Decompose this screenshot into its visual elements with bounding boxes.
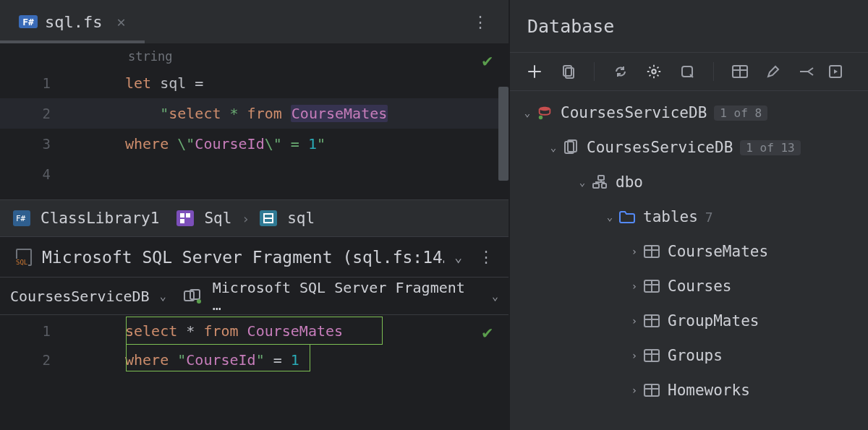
node-count: 7 — [705, 210, 713, 225]
database-tree[interactable]: ⌄ CoursesServiceDB 1 of 8 ⌄ CoursesServi… — [510, 91, 868, 430]
table-view-icon[interactable] — [731, 63, 749, 80]
schema-icon — [590, 175, 610, 189]
gutter-line-number: 3 — [0, 136, 112, 152]
space — [169, 135, 177, 152]
sql-keyword-select: select — [125, 322, 177, 340]
indent — [125, 105, 160, 122]
crumb-project[interactable]: ClassLibrary1 — [41, 210, 159, 227]
code-editor[interactable]: string ✔ 1 let sql = 2 "select * from Co… — [0, 43, 509, 199]
tree-node-table[interactable]: › GroupMates — [510, 304, 868, 338]
run-icon[interactable] — [827, 63, 844, 80]
keyword-let: let — [125, 74, 151, 92]
table-icon — [642, 244, 662, 259]
dialect-icon — [182, 289, 203, 304]
tree-node-table[interactable]: › Courses — [510, 269, 868, 304]
chevron-down-icon[interactable]: ⌄ — [575, 176, 590, 188]
sql-file-icon — [16, 249, 32, 266]
sql-keyword-from: from — [203, 322, 238, 340]
tree-node-table[interactable]: › CourseMates — [510, 234, 868, 269]
number-literal: 1 — [308, 135, 317, 152]
stop-icon[interactable] — [678, 63, 696, 80]
sqlserver-icon — [535, 105, 555, 121]
tree-node-schema[interactable]: ⌄ dbo — [510, 165, 868, 199]
chevron-right-icon: › — [242, 211, 250, 226]
crumb-symbol[interactable]: sql — [287, 210, 315, 227]
svg-rect-1 — [180, 213, 184, 218]
datasource-row: CoursesServiceDB ⌄ Microsoft SQL Server … — [0, 278, 509, 315]
escaped-quote: \" — [265, 135, 282, 152]
tab-filename: sql.fs — [45, 13, 102, 31]
gutter-line-number: 1 — [0, 323, 112, 339]
inspections-ok-icon[interactable]: ✔ — [482, 51, 493, 71]
node-label: CoursesServiceDB — [561, 104, 707, 121]
crumb-module[interactable]: Sql — [204, 210, 231, 227]
file-tab[interactable]: F# sql.fs ✕ — [0, 0, 139, 43]
close-tab-icon[interactable]: ✕ — [116, 13, 125, 30]
svg-rect-17 — [598, 176, 604, 180]
add-icon[interactable] — [526, 63, 543, 80]
svg-point-10 — [652, 69, 656, 74]
space — [239, 322, 247, 340]
quote: " — [177, 351, 186, 369]
chevron-down-icon[interactable]: ⌄ — [454, 249, 462, 265]
string-quote: " — [160, 105, 169, 122]
space — [169, 351, 177, 369]
equals: = — [291, 135, 299, 152]
space — [265, 351, 273, 369]
refresh-icon[interactable] — [612, 63, 629, 80]
chevron-down-icon[interactable]: ⌄ — [603, 211, 617, 223]
dialect-name[interactable]: Microsoft SQL Server Fragment … — [213, 279, 482, 314]
tool-window-title: Database — [510, 0, 868, 52]
sql-fragment-title: Microsoft SQL Server Fragment (sql.fs:14… — [42, 248, 444, 267]
sql-keyword-where: where — [125, 135, 169, 152]
space — [282, 105, 291, 122]
gutter-line-number: 2 — [0, 352, 112, 368]
tree-node-tables-folder[interactable]: ⌄ tables 7 — [510, 199, 868, 234]
star: * — [221, 105, 247, 122]
collapse-icon[interactable] — [798, 63, 815, 80]
sql-keyword-from: from — [247, 105, 282, 122]
tree-node-table[interactable]: › Groups — [510, 338, 868, 373]
chevron-right-icon[interactable]: › — [627, 315, 642, 327]
chevron-right-icon[interactable]: › — [627, 246, 642, 257]
chevron-right-icon[interactable]: › — [627, 350, 642, 361]
chevron-down-icon[interactable]: ⌄ — [492, 290, 498, 303]
tabbar: F# sql.fs ✕ ⋮ — [0, 0, 509, 43]
editor-scrollbar[interactable] — [498, 87, 509, 181]
table-icon — [642, 383, 662, 397]
project-icon: F# — [13, 210, 30, 226]
database-icon — [561, 139, 581, 155]
editor-kebab-menu[interactable]: ⋮ — [459, 13, 503, 31]
node-label: GroupMates — [668, 312, 759, 330]
sql-keyword-where: where — [125, 351, 169, 369]
database-tool-window: Database ⌄ CoursesServiceDB 1 of 8 ⌄ C — [510, 0, 868, 430]
settings-icon[interactable] — [645, 63, 663, 80]
tree-node-datasource[interactable]: ⌄ CoursesServiceDB 1 of 8 — [510, 95, 868, 130]
sql-column-ref: CourseId — [186, 351, 255, 369]
node-badge: 1 of 13 — [740, 140, 800, 155]
gutter-line-number: 1 — [0, 75, 112, 91]
tree-node-database[interactable]: ⌄ CoursesServiceDB 1 of 13 — [510, 130, 868, 165]
edit-icon[interactable] — [765, 63, 782, 80]
space — [299, 135, 308, 152]
star: * — [177, 322, 203, 340]
svg-rect-2 — [186, 213, 190, 218]
chevron-right-icon[interactable]: › — [627, 384, 642, 396]
chevron-down-icon[interactable]: ⌄ — [520, 107, 535, 119]
svg-point-14 — [539, 116, 543, 120]
inspections-ok-icon[interactable]: ✔ — [482, 322, 493, 343]
number-literal: 1 — [291, 351, 299, 369]
node-label: Groups — [668, 347, 723, 364]
function-icon — [260, 210, 277, 226]
sql-fragment-editor[interactable]: ✔ 1 select * from CourseMates 2 where "C… — [0, 315, 509, 430]
chevron-right-icon[interactable]: › — [627, 280, 642, 292]
copy-icon[interactable] — [559, 63, 576, 80]
chevron-down-icon[interactable]: ⌄ — [160, 290, 166, 303]
node-label: CourseMates — [668, 243, 768, 260]
svg-rect-3 — [180, 219, 184, 223]
identifier-sql: sql — [151, 74, 195, 92]
chevron-down-icon[interactable]: ⌄ — [546, 142, 561, 153]
datasource-name[interactable]: CoursesServiceDB — [10, 288, 150, 305]
fragment-kebab-menu[interactable]: ⋮ — [472, 248, 501, 266]
tree-node-table[interactable]: › Homeworks — [510, 373, 868, 408]
